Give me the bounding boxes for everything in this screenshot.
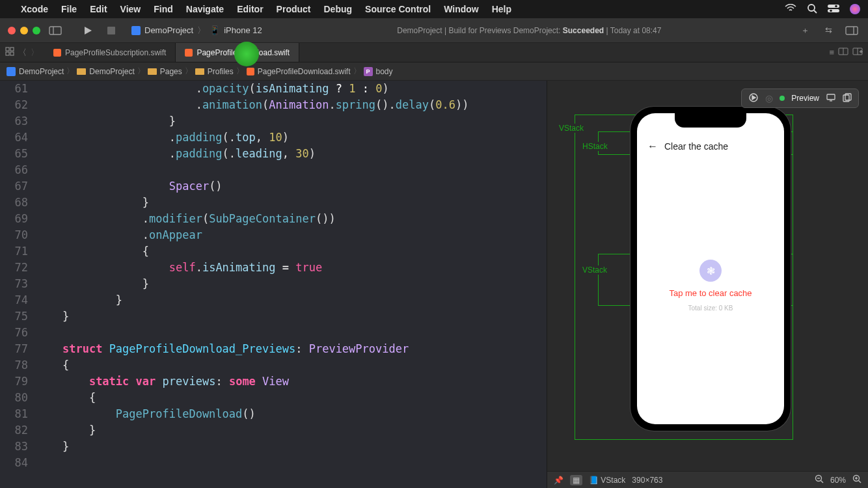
code-content[interactable]: self.isAnimating = true <box>36 260 547 276</box>
code-content[interactable]: { <box>36 357 547 373</box>
code-line[interactable]: 82 } <box>0 422 547 439</box>
code-line[interactable]: 70 .onAppear <box>0 227 547 243</box>
code-line[interactable]: 64 .padding(.top, 10) <box>0 129 547 146</box>
code-line[interactable]: 63 } <box>0 113 547 129</box>
code-line[interactable]: 62 .animation(Animation.spring().delay(0… <box>0 97 547 113</box>
code-line[interactable]: 78 { <box>0 357 547 373</box>
inspect-preview-icon[interactable]: ◎ <box>765 93 773 103</box>
code-content[interactable]: Spacer() <box>36 178 547 195</box>
code-content[interactable]: .opacity(isAnimating ? 1 : 0) <box>36 81 547 97</box>
code-line[interactable]: 73 } <box>0 276 547 292</box>
minimize-window-button[interactable] <box>20 27 28 34</box>
spotlight-icon[interactable] <box>807 3 817 16</box>
code-line[interactable]: 80 { <box>0 390 547 406</box>
zoom-level[interactable]: 60% <box>830 476 846 485</box>
code-content[interactable] <box>36 162 547 178</box>
code-content[interactable]: static var previews: some View <box>36 373 547 390</box>
maximize-window-button[interactable] <box>33 27 40 34</box>
code-line[interactable]: 76 <box>0 325 547 341</box>
code-content[interactable]: .padding(.leading, 30) <box>36 146 547 162</box>
pin-icon[interactable]: 📌 <box>554 476 563 485</box>
forward-button[interactable]: 〉 <box>31 47 39 59</box>
menu-help[interactable]: Help <box>492 4 511 14</box>
code-line[interactable]: 68 } <box>0 195 547 211</box>
menu-edit[interactable]: Edit <box>90 4 107 14</box>
menu-source-control[interactable]: Source Control <box>365 4 431 14</box>
code-content[interactable]: } <box>36 276 547 292</box>
code-line[interactable]: 66 <box>0 162 547 178</box>
code-content[interactable]: .onAppear <box>36 227 547 243</box>
code-line[interactable]: 75 } <box>0 308 547 325</box>
menu-debug[interactable]: Debug <box>324 4 353 14</box>
code-content[interactable]: .animation(Animation.spring().delay(0.6)… <box>36 97 547 113</box>
code-line[interactable]: 74 } <box>0 292 547 308</box>
add-editor-icon[interactable]: + <box>852 47 863 57</box>
editor-options-icon[interactable]: ≡ <box>829 47 834 57</box>
duplicate-preview-icon[interactable] <box>843 93 852 104</box>
code-content[interactable]: } <box>36 308 547 325</box>
code-content[interactable]: .padding(.top, 10) <box>36 129 547 146</box>
control-center-icon[interactable] <box>828 4 839 14</box>
toggle-inspector-button[interactable] <box>843 23 860 38</box>
live-preview-icon[interactable] <box>748 92 759 105</box>
siri-icon[interactable] <box>850 4 860 14</box>
code-content[interactable]: { <box>36 243 547 260</box>
line-number: 67 <box>0 178 36 195</box>
menu-view[interactable]: View <box>120 4 141 14</box>
code-editor[interactable]: 61 .opacity(isAnimating ? 1 : 0)62 .anim… <box>0 81 547 488</box>
code-line[interactable]: 77 struct PageProfileDownload_Previews: … <box>0 341 547 357</box>
code-content[interactable]: } <box>36 292 547 308</box>
code-line[interactable]: 69 .modifier(SubPageContainer()) <box>0 211 547 227</box>
zoom-in-button[interactable] <box>852 474 861 485</box>
scheme-selector[interactable]: DemoProject 〉 📱 iPhone 12 <box>131 25 262 36</box>
wifi-icon[interactable] <box>785 4 796 14</box>
tab-download[interactable]: PageProfileDownload.swift <box>176 43 299 62</box>
tab-subscription[interactable]: PageProfileSubscription.swift <box>44 43 176 62</box>
code-line[interactable]: 84 <box>0 455 547 471</box>
code-content[interactable]: } <box>36 422 547 439</box>
layout-mode-icon[interactable]: ▦ <box>570 475 582 485</box>
add-tab-button[interactable]: ＋ <box>796 23 813 38</box>
code-content[interactable]: { <box>36 390 547 406</box>
app-name[interactable]: Xcode <box>21 4 48 14</box>
menu-product[interactable]: Product <box>277 4 311 14</box>
code-line[interactable]: 81 PageProfileDownload() <box>0 406 547 422</box>
zoom-out-button[interactable] <box>815 474 824 485</box>
adjust-editor-icon[interactable] <box>838 47 848 57</box>
code-line[interactable]: 72 self.isAnimating = true <box>0 260 547 276</box>
code-content[interactable]: } <box>36 439 547 455</box>
back-button[interactable]: 〈 <box>18 47 27 59</box>
jump-bar[interactable]: DemoProject〉 DemoProject〉 Pages〉 Profile… <box>0 62 868 81</box>
close-window-button[interactable] <box>8 27 16 34</box>
code-content[interactable] <box>36 455 547 471</box>
menu-window[interactable]: Window <box>444 4 479 14</box>
menu-file[interactable]: File <box>61 4 77 14</box>
code-line[interactable]: 61 .opacity(isAnimating ? 1 : 0) <box>0 81 547 97</box>
code-review-button[interactable]: ⇆ <box>820 23 837 38</box>
code-content[interactable]: PageProfileDownload() <box>36 406 547 422</box>
code-content[interactable] <box>36 325 547 341</box>
code-content[interactable]: struct PageProfileDownload_Previews: Pre… <box>36 341 547 357</box>
code-line[interactable]: 79 static var previews: some View <box>0 373 547 390</box>
menu-editor[interactable]: Editor <box>237 4 263 14</box>
phone-header[interactable]: ← Clear the cache <box>647 141 728 152</box>
svg-text:+: + <box>860 49 863 55</box>
code-content[interactable]: } <box>36 113 547 129</box>
tap-label[interactable]: Tap me to clear cache <box>637 288 784 298</box>
phone-screen[interactable]: ← Clear the cache ❃ Tap me to clear cach… <box>637 113 784 424</box>
code-line[interactable]: 65 .padding(.leading, 30) <box>0 146 547 162</box>
back-arrow-icon[interactable]: ← <box>647 141 658 152</box>
menu-find[interactable]: Find <box>154 4 173 14</box>
toggle-navigator-button[interactable] <box>47 23 64 38</box>
menu-navigate[interactable]: Navigate <box>186 4 224 14</box>
related-items-icon[interactable] <box>5 47 14 58</box>
stop-button[interactable] <box>103 23 120 38</box>
code-line[interactable]: 71 { <box>0 243 547 260</box>
cache-icon[interactable]: ❃ <box>699 260 722 282</box>
run-button[interactable] <box>79 23 96 38</box>
code-line[interactable]: 67 Spacer() <box>0 178 547 195</box>
device-settings-icon[interactable] <box>826 93 836 103</box>
code-line[interactable]: 83 } <box>0 439 547 455</box>
code-content[interactable]: } <box>36 195 547 211</box>
code-content[interactable]: .modifier(SubPageContainer()) <box>36 211 547 227</box>
